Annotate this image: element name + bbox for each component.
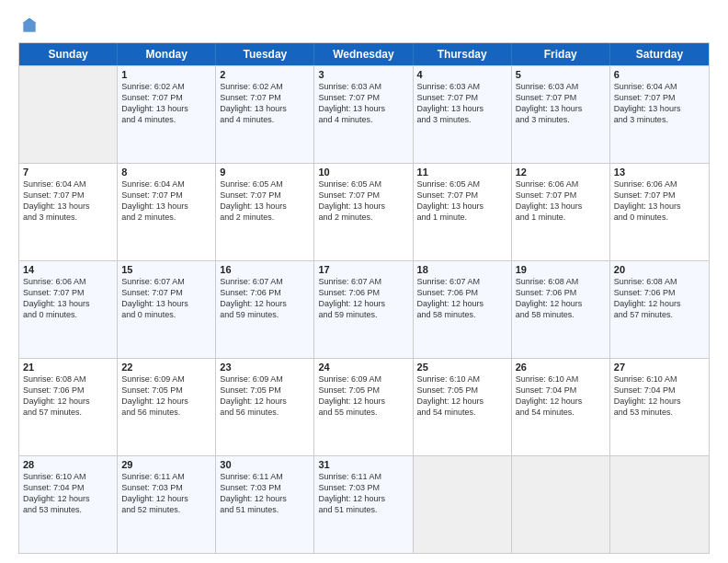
day-number: 17 xyxy=(318,264,408,275)
header-day-monday: Monday xyxy=(118,43,216,65)
cell-info-line: Sunset: 7:07 PM xyxy=(614,190,705,201)
cal-cell-4-1: 21Sunrise: 6:08 AMSunset: 7:06 PMDayligh… xyxy=(19,359,118,455)
cell-info-line: Sunrise: 6:08 AM xyxy=(516,276,606,287)
cal-cell-2-3: 9Sunrise: 6:05 AMSunset: 7:07 PMDaylight… xyxy=(216,164,314,260)
day-number: 1 xyxy=(121,69,211,80)
day-number: 30 xyxy=(220,459,310,470)
cell-info-line: Daylight: 12 hours xyxy=(417,396,507,407)
cell-info-line: Sunrise: 6:04 AM xyxy=(121,178,211,190)
day-number: 8 xyxy=(121,167,211,178)
cell-info-line: Daylight: 12 hours xyxy=(614,396,705,407)
day-number: 5 xyxy=(516,69,606,80)
cell-info-line: and 0 minutes. xyxy=(121,309,211,320)
cell-info-line: Sunrise: 6:05 AM xyxy=(318,178,408,190)
cal-cell-3-7: 20Sunrise: 6:08 AMSunset: 7:06 PMDayligh… xyxy=(610,261,709,358)
cal-cell-2-7: 13Sunrise: 6:06 AMSunset: 7:07 PMDayligh… xyxy=(610,164,709,260)
cell-info-line: Sunrise: 6:03 AM xyxy=(417,81,507,92)
cell-info-line: Sunrise: 6:07 AM xyxy=(220,276,310,287)
cell-info-line: Daylight: 13 hours xyxy=(220,201,310,212)
cell-info-line: Sunset: 7:07 PM xyxy=(220,190,310,201)
cell-info-line: Sunrise: 6:03 AM xyxy=(516,81,606,92)
cell-info-line: Sunrise: 6:09 AM xyxy=(121,373,211,385)
cal-cell-5-4: 31Sunrise: 6:11 AMSunset: 7:03 PMDayligh… xyxy=(314,456,413,553)
cell-info-line: Sunrise: 6:03 AM xyxy=(318,81,408,92)
calendar-row-1: 1Sunrise: 6:02 AMSunset: 7:07 PMDaylight… xyxy=(19,65,709,163)
cell-info-line: Sunset: 7:07 PM xyxy=(220,92,310,103)
cal-cell-4-5: 25Sunrise: 6:10 AMSunset: 7:05 PMDayligh… xyxy=(414,359,512,455)
cell-info-line: and 56 minutes. xyxy=(121,407,211,418)
day-number: 9 xyxy=(220,167,310,178)
day-number: 6 xyxy=(614,69,705,80)
cell-info-line: and 53 minutes. xyxy=(23,504,113,515)
cell-info-line: and 2 minutes. xyxy=(318,212,408,223)
cell-info-line: Sunrise: 6:02 AM xyxy=(220,81,310,92)
cell-info-line: and 4 minutes. xyxy=(318,114,408,125)
cell-info-line: Sunrise: 6:05 AM xyxy=(220,178,310,190)
cell-info-line: Daylight: 13 hours xyxy=(417,201,507,212)
cell-info-line: Sunrise: 6:06 AM xyxy=(23,276,113,287)
cell-info-line: Sunrise: 6:10 AM xyxy=(23,471,113,482)
cell-info-line: and 3 minutes. xyxy=(516,114,606,125)
cal-cell-2-5: 11Sunrise: 6:05 AMSunset: 7:07 PMDayligh… xyxy=(414,164,512,260)
day-number: 12 xyxy=(516,167,606,178)
cell-info-line: and 54 minutes. xyxy=(417,407,507,418)
day-number: 11 xyxy=(417,167,507,178)
cell-info-line: Daylight: 12 hours xyxy=(220,493,310,504)
cal-cell-4-2: 22Sunrise: 6:09 AMSunset: 7:05 PMDayligh… xyxy=(118,359,216,455)
cell-info-line: Daylight: 13 hours xyxy=(417,103,507,114)
cell-info-line: Sunset: 7:07 PM xyxy=(121,190,211,201)
cal-cell-5-7 xyxy=(610,456,709,553)
cell-info-line: Daylight: 13 hours xyxy=(121,103,211,114)
calendar-row-3: 14Sunrise: 6:06 AMSunset: 7:07 PMDayligh… xyxy=(19,260,709,358)
day-number: 29 xyxy=(121,459,211,470)
cell-info-line: Sunset: 7:07 PM xyxy=(318,92,408,103)
day-number: 28 xyxy=(23,459,113,470)
day-number: 15 xyxy=(121,264,211,275)
cell-info-line: and 1 minute. xyxy=(417,212,507,223)
cal-cell-1-1 xyxy=(19,66,118,163)
cell-info-line: Daylight: 13 hours xyxy=(614,103,705,114)
day-number: 14 xyxy=(23,264,113,275)
cal-cell-1-4: 3Sunrise: 6:03 AMSunset: 7:07 PMDaylight… xyxy=(314,66,413,163)
cell-info-line: and 0 minutes. xyxy=(614,212,705,223)
page: SundayMondayTuesdayWednesdayThursdayFrid… xyxy=(0,0,728,563)
day-number: 22 xyxy=(121,362,211,373)
cell-info-line: Daylight: 13 hours xyxy=(23,298,113,309)
cell-info-line: Sunrise: 6:07 AM xyxy=(417,276,507,287)
cal-cell-4-4: 24Sunrise: 6:09 AMSunset: 7:05 PMDayligh… xyxy=(314,359,413,455)
cell-info-line: Sunset: 7:06 PM xyxy=(23,385,113,396)
day-number: 19 xyxy=(516,264,606,275)
cell-info-line: Sunset: 7:03 PM xyxy=(220,482,310,493)
day-number: 16 xyxy=(220,264,310,275)
cal-cell-5-1: 28Sunrise: 6:10 AMSunset: 7:04 PMDayligh… xyxy=(19,456,118,553)
logo xyxy=(18,17,39,35)
cell-info-line: Sunset: 7:06 PM xyxy=(318,287,408,298)
cell-info-line: Sunset: 7:07 PM xyxy=(23,190,113,201)
cell-info-line: Daylight: 12 hours xyxy=(220,396,310,407)
cell-info-line: Daylight: 12 hours xyxy=(318,396,408,407)
header-day-thursday: Thursday xyxy=(414,43,512,65)
cell-info-line: Sunset: 7:07 PM xyxy=(318,190,408,201)
cell-info-line: Sunset: 7:04 PM xyxy=(614,385,705,396)
cell-info-line: Sunrise: 6:05 AM xyxy=(417,178,507,190)
cell-info-line: Daylight: 12 hours xyxy=(121,493,211,504)
cal-cell-1-7: 6Sunrise: 6:04 AMSunset: 7:07 PMDaylight… xyxy=(610,66,709,163)
cell-info-line: Sunset: 7:05 PM xyxy=(417,385,507,396)
day-number: 21 xyxy=(23,362,113,373)
cell-info-line: Daylight: 13 hours xyxy=(516,201,606,212)
cell-info-line: and 0 minutes. xyxy=(23,309,113,320)
cell-info-line: and 3 minutes. xyxy=(417,114,507,125)
cell-info-line: Daylight: 12 hours xyxy=(121,396,211,407)
cell-info-line: and 57 minutes. xyxy=(23,407,113,418)
day-number: 2 xyxy=(220,69,310,80)
cell-info-line: and 54 minutes. xyxy=(516,407,606,418)
header-day-saturday: Saturday xyxy=(610,43,709,65)
cell-info-line: Sunset: 7:05 PM xyxy=(318,385,408,396)
cal-cell-3-3: 16Sunrise: 6:07 AMSunset: 7:06 PMDayligh… xyxy=(216,261,314,358)
cal-cell-2-2: 8Sunrise: 6:04 AMSunset: 7:07 PMDaylight… xyxy=(118,164,216,260)
day-number: 4 xyxy=(417,69,507,80)
cell-info-line: Sunrise: 6:06 AM xyxy=(614,178,705,190)
cell-info-line: Daylight: 13 hours xyxy=(516,103,606,114)
cell-info-line: and 58 minutes. xyxy=(417,309,507,320)
cell-info-line: and 51 minutes. xyxy=(220,504,310,515)
